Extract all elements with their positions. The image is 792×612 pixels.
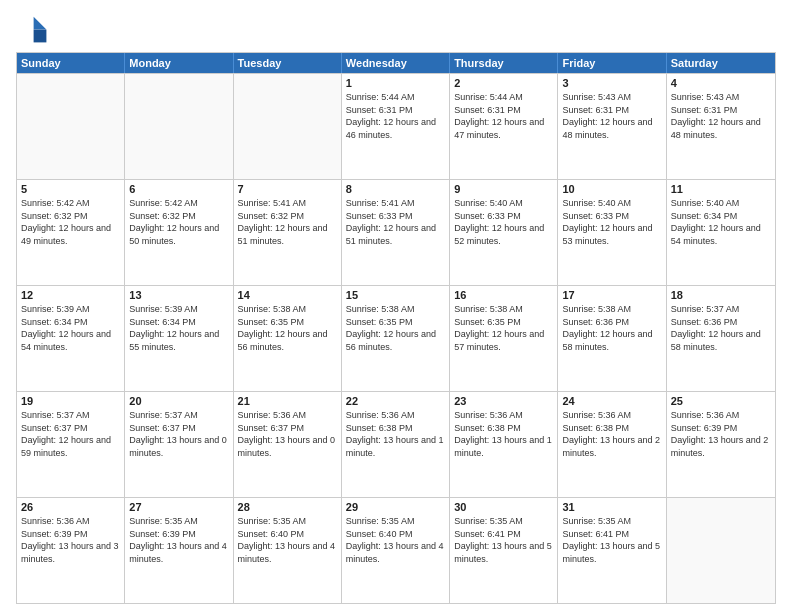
calendar-cell: 12Sunrise: 5:39 AMSunset: 6:34 PMDayligh… xyxy=(17,286,125,391)
day-number: 14 xyxy=(238,289,337,301)
sun-info: Sunrise: 5:35 AMSunset: 6:39 PMDaylight:… xyxy=(129,515,228,565)
calendar-cell: 13Sunrise: 5:39 AMSunset: 6:34 PMDayligh… xyxy=(125,286,233,391)
calendar: SundayMondayTuesdayWednesdayThursdayFrid… xyxy=(16,52,776,604)
sun-info: Sunrise: 5:40 AMSunset: 6:33 PMDaylight:… xyxy=(562,197,661,247)
day-number: 9 xyxy=(454,183,553,195)
sun-info: Sunrise: 5:36 AMSunset: 6:39 PMDaylight:… xyxy=(671,409,771,459)
day-number: 1 xyxy=(346,77,445,89)
day-header-wednesday: Wednesday xyxy=(342,53,450,73)
calendar-cell xyxy=(17,74,125,179)
day-header-tuesday: Tuesday xyxy=(234,53,342,73)
calendar-cell: 25Sunrise: 5:36 AMSunset: 6:39 PMDayligh… xyxy=(667,392,775,497)
page: SundayMondayTuesdayWednesdayThursdayFrid… xyxy=(0,0,792,612)
sun-info: Sunrise: 5:35 AMSunset: 6:41 PMDaylight:… xyxy=(454,515,553,565)
sun-info: Sunrise: 5:42 AMSunset: 6:32 PMDaylight:… xyxy=(21,197,120,247)
sun-info: Sunrise: 5:35 AMSunset: 6:40 PMDaylight:… xyxy=(238,515,337,565)
day-number: 30 xyxy=(454,501,553,513)
day-number: 17 xyxy=(562,289,661,301)
day-number: 25 xyxy=(671,395,771,407)
day-number: 26 xyxy=(21,501,120,513)
sun-info: Sunrise: 5:44 AMSunset: 6:31 PMDaylight:… xyxy=(346,91,445,141)
calendar-cell: 30Sunrise: 5:35 AMSunset: 6:41 PMDayligh… xyxy=(450,498,558,603)
calendar-cell: 29Sunrise: 5:35 AMSunset: 6:40 PMDayligh… xyxy=(342,498,450,603)
day-header-thursday: Thursday xyxy=(450,53,558,73)
sun-info: Sunrise: 5:35 AMSunset: 6:40 PMDaylight:… xyxy=(346,515,445,565)
sun-info: Sunrise: 5:38 AMSunset: 6:35 PMDaylight:… xyxy=(454,303,553,353)
calendar-cell xyxy=(125,74,233,179)
calendar-cell: 22Sunrise: 5:36 AMSunset: 6:38 PMDayligh… xyxy=(342,392,450,497)
day-header-sunday: Sunday xyxy=(17,53,125,73)
sun-info: Sunrise: 5:41 AMSunset: 6:32 PMDaylight:… xyxy=(238,197,337,247)
calendar-row-1: 1Sunrise: 5:44 AMSunset: 6:31 PMDaylight… xyxy=(17,73,775,179)
header xyxy=(16,12,776,44)
day-number: 19 xyxy=(21,395,120,407)
day-number: 7 xyxy=(238,183,337,195)
sun-info: Sunrise: 5:38 AMSunset: 6:35 PMDaylight:… xyxy=(238,303,337,353)
calendar-cell: 6Sunrise: 5:42 AMSunset: 6:32 PMDaylight… xyxy=(125,180,233,285)
calendar-cell: 9Sunrise: 5:40 AMSunset: 6:33 PMDaylight… xyxy=(450,180,558,285)
calendar-cell: 3Sunrise: 5:43 AMSunset: 6:31 PMDaylight… xyxy=(558,74,666,179)
day-number: 23 xyxy=(454,395,553,407)
calendar-cell: 10Sunrise: 5:40 AMSunset: 6:33 PMDayligh… xyxy=(558,180,666,285)
calendar-cell: 15Sunrise: 5:38 AMSunset: 6:35 PMDayligh… xyxy=(342,286,450,391)
sun-info: Sunrise: 5:39 AMSunset: 6:34 PMDaylight:… xyxy=(21,303,120,353)
day-number: 10 xyxy=(562,183,661,195)
day-number: 11 xyxy=(671,183,771,195)
sun-info: Sunrise: 5:40 AMSunset: 6:34 PMDaylight:… xyxy=(671,197,771,247)
svg-marker-0 xyxy=(34,17,47,30)
calendar-cell: 24Sunrise: 5:36 AMSunset: 6:38 PMDayligh… xyxy=(558,392,666,497)
sun-info: Sunrise: 5:36 AMSunset: 6:37 PMDaylight:… xyxy=(238,409,337,459)
day-header-monday: Monday xyxy=(125,53,233,73)
sun-info: Sunrise: 5:38 AMSunset: 6:35 PMDaylight:… xyxy=(346,303,445,353)
calendar-header: SundayMondayTuesdayWednesdayThursdayFrid… xyxy=(17,53,775,73)
calendar-cell: 18Sunrise: 5:37 AMSunset: 6:36 PMDayligh… xyxy=(667,286,775,391)
sun-info: Sunrise: 5:43 AMSunset: 6:31 PMDaylight:… xyxy=(671,91,771,141)
calendar-cell: 26Sunrise: 5:36 AMSunset: 6:39 PMDayligh… xyxy=(17,498,125,603)
calendar-cell: 19Sunrise: 5:37 AMSunset: 6:37 PMDayligh… xyxy=(17,392,125,497)
sun-info: Sunrise: 5:39 AMSunset: 6:34 PMDaylight:… xyxy=(129,303,228,353)
calendar-cell: 16Sunrise: 5:38 AMSunset: 6:35 PMDayligh… xyxy=(450,286,558,391)
calendar-cell: 4Sunrise: 5:43 AMSunset: 6:31 PMDaylight… xyxy=(667,74,775,179)
day-number: 24 xyxy=(562,395,661,407)
sun-info: Sunrise: 5:35 AMSunset: 6:41 PMDaylight:… xyxy=(562,515,661,565)
sun-info: Sunrise: 5:38 AMSunset: 6:36 PMDaylight:… xyxy=(562,303,661,353)
sun-info: Sunrise: 5:36 AMSunset: 6:38 PMDaylight:… xyxy=(454,409,553,459)
calendar-cell: 7Sunrise: 5:41 AMSunset: 6:32 PMDaylight… xyxy=(234,180,342,285)
day-number: 29 xyxy=(346,501,445,513)
sun-info: Sunrise: 5:37 AMSunset: 6:36 PMDaylight:… xyxy=(671,303,771,353)
day-number: 31 xyxy=(562,501,661,513)
day-number: 4 xyxy=(671,77,771,89)
sun-info: Sunrise: 5:42 AMSunset: 6:32 PMDaylight:… xyxy=(129,197,228,247)
calendar-row-4: 19Sunrise: 5:37 AMSunset: 6:37 PMDayligh… xyxy=(17,391,775,497)
logo xyxy=(16,12,52,44)
sun-info: Sunrise: 5:36 AMSunset: 6:38 PMDaylight:… xyxy=(562,409,661,459)
day-number: 8 xyxy=(346,183,445,195)
day-number: 16 xyxy=(454,289,553,301)
calendar-cell xyxy=(234,74,342,179)
calendar-cell: 5Sunrise: 5:42 AMSunset: 6:32 PMDaylight… xyxy=(17,180,125,285)
sun-info: Sunrise: 5:44 AMSunset: 6:31 PMDaylight:… xyxy=(454,91,553,141)
logo-icon xyxy=(16,12,48,44)
sun-info: Sunrise: 5:41 AMSunset: 6:33 PMDaylight:… xyxy=(346,197,445,247)
day-number: 22 xyxy=(346,395,445,407)
calendar-cell: 1Sunrise: 5:44 AMSunset: 6:31 PMDaylight… xyxy=(342,74,450,179)
day-number: 13 xyxy=(129,289,228,301)
day-header-saturday: Saturday xyxy=(667,53,775,73)
calendar-cell: 2Sunrise: 5:44 AMSunset: 6:31 PMDaylight… xyxy=(450,74,558,179)
day-number: 3 xyxy=(562,77,661,89)
calendar-cell: 17Sunrise: 5:38 AMSunset: 6:36 PMDayligh… xyxy=(558,286,666,391)
day-number: 15 xyxy=(346,289,445,301)
calendar-row-5: 26Sunrise: 5:36 AMSunset: 6:39 PMDayligh… xyxy=(17,497,775,603)
sun-info: Sunrise: 5:36 AMSunset: 6:38 PMDaylight:… xyxy=(346,409,445,459)
calendar-cell: 21Sunrise: 5:36 AMSunset: 6:37 PMDayligh… xyxy=(234,392,342,497)
calendar-cell: 31Sunrise: 5:35 AMSunset: 6:41 PMDayligh… xyxy=(558,498,666,603)
day-number: 20 xyxy=(129,395,228,407)
calendar-cell: 14Sunrise: 5:38 AMSunset: 6:35 PMDayligh… xyxy=(234,286,342,391)
day-number: 28 xyxy=(238,501,337,513)
day-number: 27 xyxy=(129,501,228,513)
calendar-row-2: 5Sunrise: 5:42 AMSunset: 6:32 PMDaylight… xyxy=(17,179,775,285)
day-number: 5 xyxy=(21,183,120,195)
calendar-cell: 20Sunrise: 5:37 AMSunset: 6:37 PMDayligh… xyxy=(125,392,233,497)
calendar-cell: 27Sunrise: 5:35 AMSunset: 6:39 PMDayligh… xyxy=(125,498,233,603)
day-number: 21 xyxy=(238,395,337,407)
